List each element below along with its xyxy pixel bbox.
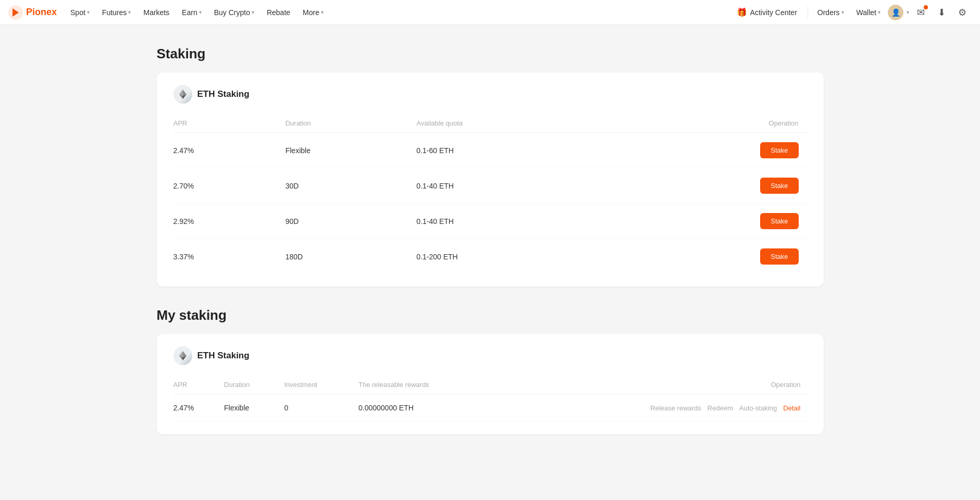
redeem-link[interactable]: Redeem xyxy=(708,404,733,412)
my-staking-header: APR Duration Investment The releasable r… xyxy=(173,376,807,394)
my-staking-card-header: ETH Staking xyxy=(173,346,807,365)
brand-name: Pionex xyxy=(26,7,57,18)
staking-card-header: ETH Staking xyxy=(173,85,807,104)
staking-row-duration: Flexible xyxy=(286,133,417,168)
earn-chevron: ▾ xyxy=(199,9,202,15)
nav-wallet[interactable]: Wallet ▾ xyxy=(851,0,886,25)
wallet-chevron: ▾ xyxy=(878,9,880,15)
nav-earn[interactable]: Earn ▾ xyxy=(177,0,207,25)
my-staking-table: APR Duration Investment The releasable r… xyxy=(173,376,807,422)
eth-icon xyxy=(173,85,192,104)
stake-button-2[interactable]: Stake xyxy=(760,213,798,229)
stake-button-1[interactable]: Stake xyxy=(760,178,798,194)
nav-divider xyxy=(808,6,808,19)
detail-link[interactable]: Detail xyxy=(783,404,800,412)
my-col-investment: Investment xyxy=(284,376,358,394)
nav-futures[interactable]: Futures ▾ xyxy=(97,0,136,25)
staking-table-header: APR Duration Available quota Operation xyxy=(173,114,807,133)
spot-chevron: ▾ xyxy=(87,9,90,15)
stake-button-0[interactable]: Stake xyxy=(760,142,798,158)
my-staking-card: ETH Staking APR Duration Investment The … xyxy=(157,334,824,434)
nav-right-section: 🎁 Activity Center Orders ▾ Wallet ▾ 👤 ▾ … xyxy=(730,0,972,25)
staking-row-quota: 0.1-40 ETH xyxy=(416,204,627,239)
my-staking-title: My staking xyxy=(157,307,824,323)
my-staking-card-title: ETH Staking xyxy=(197,351,250,361)
user-avatar[interactable]: 👤 xyxy=(888,5,903,20)
staking-row: 2.70% 30D 0.1-40 ETH Stake xyxy=(173,168,807,204)
staking-row-operation: Stake xyxy=(627,239,807,274)
staking-row-duration: 90D xyxy=(286,204,417,239)
staking-row-duration: 180D xyxy=(286,239,417,274)
my-col-duration: Duration xyxy=(224,376,284,394)
stake-button-3[interactable]: Stake xyxy=(760,248,798,265)
my-staking-row: 2.47% Flexible 0 0.00000000 ETH Release … xyxy=(173,394,807,422)
release-rewards-link[interactable]: Release rewards xyxy=(650,404,701,412)
gift-icon: 🎁 xyxy=(737,7,747,17)
orders-chevron: ▾ xyxy=(841,9,844,15)
staking-card-title: ETH Staking xyxy=(197,89,250,99)
staking-row-quota: 0.1-200 ETH xyxy=(416,239,627,274)
col-duration: Duration xyxy=(286,114,417,133)
operation-cell: Release rewards Redeem Auto-staking Deta… xyxy=(504,404,801,412)
staking-table: APR Duration Available quota Operation 2… xyxy=(173,114,807,274)
staking-row: 2.47% Flexible 0.1-60 ETH Stake xyxy=(173,133,807,168)
staking-row-apr: 3.37% xyxy=(173,239,286,274)
staking-row-quota: 0.1-60 ETH xyxy=(416,133,627,168)
nav-spot[interactable]: Spot ▾ xyxy=(65,0,95,25)
my-staking-row-apr: 2.47% xyxy=(173,394,225,422)
staking-row-quota: 0.1-40 ETH xyxy=(416,168,627,204)
navbar: Pionex Spot ▾ Futures ▾ Markets Earn ▾ B… xyxy=(0,0,980,25)
nav-buy-crypto[interactable]: Buy Crypto ▾ xyxy=(209,0,259,25)
my-staking-row-investment: 0 xyxy=(284,394,358,422)
nav-markets[interactable]: Markets xyxy=(138,0,175,25)
staking-row: 3.37% 180D 0.1-200 ETH Stake xyxy=(173,239,807,274)
col-operation: Operation xyxy=(627,114,807,133)
futures-chevron: ▾ xyxy=(128,9,131,15)
my-col-apr: APR xyxy=(173,376,225,394)
my-staking-eth-icon xyxy=(173,346,192,365)
avatar-chevron[interactable]: ▾ xyxy=(907,9,909,15)
buy-crypto-chevron: ▾ xyxy=(252,9,254,15)
my-staking-row-duration: Flexible xyxy=(224,394,284,422)
main-content: Staking ETH Staking APR Duration Availab… xyxy=(126,25,855,476)
staking-row-apr: 2.92% xyxy=(173,204,286,239)
staking-row-operation: Stake xyxy=(627,204,807,239)
download-button[interactable]: ⬇ xyxy=(932,3,951,22)
staking-row-duration: 30D xyxy=(286,168,417,204)
col-apr: APR xyxy=(173,114,286,133)
notification-badge xyxy=(924,5,928,9)
brand-logo[interactable]: Pionex xyxy=(8,5,57,20)
download-icon: ⬇ xyxy=(938,7,946,18)
nav-rebate[interactable]: Rebate xyxy=(262,0,295,25)
my-staking-row-operation: Release rewards Redeem Auto-staking Deta… xyxy=(504,394,807,422)
bell-icon: ✉ xyxy=(917,7,925,18)
my-col-operation: Operation xyxy=(504,376,807,394)
my-col-rewards: The releasable rewards xyxy=(358,376,504,394)
staking-row-operation: Stake xyxy=(627,133,807,168)
staking-row-apr: 2.70% xyxy=(173,168,286,204)
more-chevron: ▾ xyxy=(321,9,324,15)
staking-title: Staking xyxy=(157,46,824,62)
notifications-button[interactable]: ✉ xyxy=(911,3,930,22)
auto-staking-link[interactable]: Auto-staking xyxy=(739,404,777,412)
gear-icon: ⚙ xyxy=(958,7,966,18)
pionex-logo-icon xyxy=(8,5,23,20)
activity-center-button[interactable]: 🎁 Activity Center xyxy=(730,0,803,25)
staking-row: 2.92% 90D 0.1-40 ETH Stake xyxy=(173,204,807,239)
nav-orders[interactable]: Orders ▾ xyxy=(812,0,849,25)
nav-more[interactable]: More ▾ xyxy=(297,0,329,25)
staking-row-operation: Stake xyxy=(627,168,807,204)
col-quota: Available quota xyxy=(416,114,627,133)
staking-card: ETH Staking APR Duration Available quota… xyxy=(157,72,824,286)
settings-button[interactable]: ⚙ xyxy=(953,3,972,22)
staking-row-apr: 2.47% xyxy=(173,133,286,168)
my-staking-row-rewards: 0.00000000 ETH xyxy=(358,394,504,422)
